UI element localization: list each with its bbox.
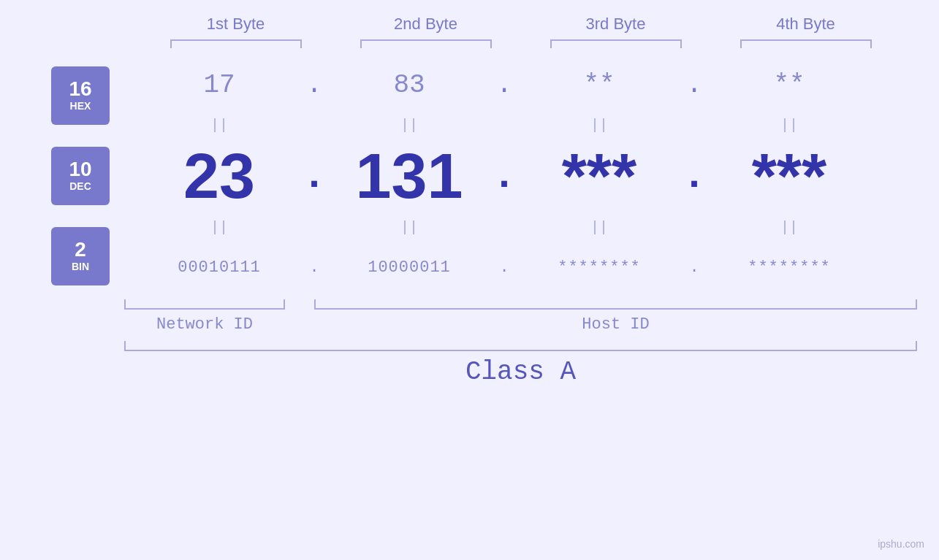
vsep-row1: || || || || [124,114,939,136]
hex-byte1-value: 17 [203,70,235,100]
byte2-header: 2nd Byte [346,15,506,34]
hex-badge-number: 16 [69,79,91,99]
network-id-label: Network ID [124,315,285,334]
sep-label [285,315,314,334]
hex-byte4: ** [709,70,870,100]
bin-badge: 2 BIN [51,227,110,285]
watermark: ipshu.com [878,538,924,550]
top-brackets-row [0,39,939,48]
bin-badge-number: 2 [75,239,86,260]
hex-byte2-value: 83 [393,70,425,100]
network-bracket [124,299,285,310]
bottom-section: Network ID Host ID [0,299,939,334]
bin-badge-label: BIN [72,260,89,273]
hex-badge: 16 HEX [51,66,110,125]
hex-badge-label: HEX [70,99,91,112]
bin-byte3: ******** [519,258,680,277]
main-container: 1st Byte 2nd Byte 3rd Byte 4th Byte 16 [0,0,939,560]
hex-byte3-value: ** [583,70,615,100]
dec-badge-number: 10 [69,159,91,180]
ip-rows: 17 . 83 . ** . ** || || [124,55,939,296]
class-section: Class A [0,341,939,387]
byte3-header: 3rd Byte [536,15,696,34]
bin-byte4: ******** [709,258,870,277]
hex-dot1: . [300,70,329,100]
bin-byte2: 10000011 [329,258,490,277]
dec-row: 23 . 131 . *** . *** [124,136,939,216]
hex-dot2: . [490,70,519,100]
dec-byte1-value: 23 [183,144,255,208]
bin-dot2: . [490,258,519,277]
bin-dot1: . [300,258,329,277]
bottom-brackets [124,299,917,310]
dec-byte3-value: *** [562,144,637,208]
dec-byte3: *** [519,144,680,208]
bracket2 [360,39,492,48]
dec-byte4: *** [709,144,870,208]
byte4-header: 4th Byte [726,15,886,34]
hex-dot3: . [680,70,709,100]
dec-byte4-value: *** [752,144,827,208]
vsep1-b2: || [329,117,490,134]
vsep2-b4: || [709,219,870,236]
bracket4 [740,39,872,48]
dec-dot3: . [680,153,709,199]
bin-byte4-value: ******** [748,258,831,277]
vsep2-b2: || [329,219,490,236]
vsep-row2: || || || || [124,216,939,238]
badges-column: 16 HEX 10 DEC 2 BIN [37,55,124,296]
bin-byte2-value: 10000011 [368,258,451,277]
dec-dot2: . [490,153,519,199]
vsep1-b4: || [709,117,870,134]
vsep2-b3: || [519,219,680,236]
bracket1-container [156,39,316,48]
bracket1 [170,39,302,48]
vsep1-b3: || [519,117,680,134]
host-bracket [314,299,917,310]
class-bracket [124,341,917,351]
host-id-label: Host ID [314,315,917,334]
id-labels: Network ID Host ID [124,310,917,334]
hex-row: 17 . 83 . ** . ** [124,55,939,114]
dec-badge: 10 DEC [51,147,110,205]
dec-byte2: 131 [329,144,490,208]
dec-dot1: . [300,153,329,199]
dec-byte1: 23 [139,144,300,208]
bin-dot3: . [680,258,709,277]
hex-byte1: 17 [139,70,300,100]
bin-byte3-value: ******** [558,258,641,277]
hex-byte4-value: ** [773,70,805,100]
bin-row: 00010111 . 10000011 . ******** . *******… [124,238,939,296]
bracket4-container [726,39,886,48]
hex-byte3: ** [519,70,680,100]
byte-headers-row: 1st Byte 2nd Byte 3rd Byte 4th Byte [0,15,939,34]
bracket3-container [536,39,696,48]
bin-byte1-value: 00010111 [178,258,261,277]
dec-byte2-value: 131 [356,144,463,208]
bin-byte1: 00010111 [139,258,300,277]
bracket2-container [346,39,506,48]
content-area: 16 HEX 10 DEC 2 BIN 17 . 83 [0,55,939,296]
bracket3 [550,39,682,48]
class-label: Class A [124,351,917,387]
hex-byte2: 83 [329,70,490,100]
byte1-header: 1st Byte [156,15,316,34]
dec-badge-label: DEC [69,180,91,193]
vsep1-b1: || [139,117,300,134]
vsep2-b1: || [139,219,300,236]
